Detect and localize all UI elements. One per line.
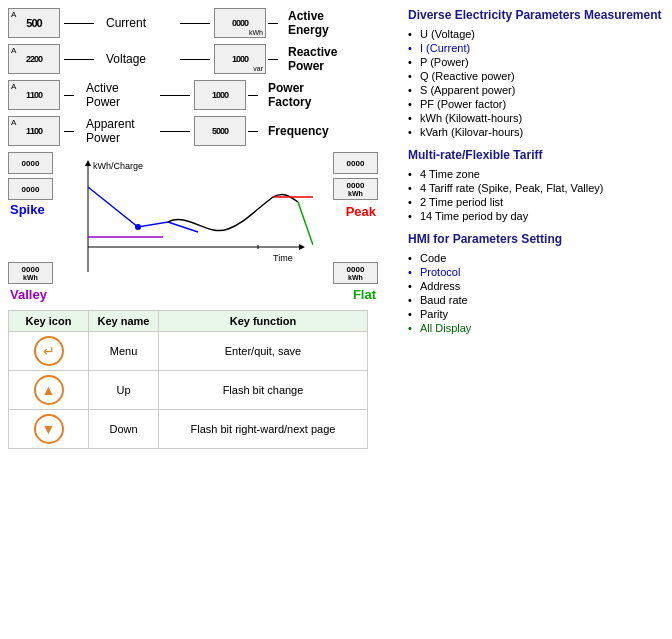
line-10 [64,131,74,132]
list-item: P (Power) [408,56,664,68]
chart-left-meters: 0000 0000 [8,152,53,200]
col-key-icon: Key icon [9,311,89,332]
chart-right-meters-top: 0000 0000 kWh [333,152,378,200]
icon-enter: ↵ [34,336,64,366]
line-6 [268,59,278,60]
line-3 [268,23,278,24]
label-current: Current [106,16,176,30]
list-item: Parity [408,308,664,320]
line-9 [248,95,258,96]
list-item: Baud rate [408,294,664,306]
chart-area: 0000 0000 Spike 0000 kWh Valley 0000 [8,152,378,302]
section2-title: Multi-rate/Flexible Tariff [408,148,664,162]
main-container: A 500 Current 0000 kWh ActiveEnergy A 22… [0,0,672,463]
icon-down-cell: ▼ [9,410,89,449]
chart-right-flat-meter: 0000 kWh [333,261,378,284]
key-name-down: Down [89,410,159,449]
label-frequency: Frequency [268,124,329,138]
spike-label: Spike [10,202,45,217]
meter-active-energy: 0000 kWh [214,8,266,38]
right-panel: Diverse Electricity Parameters Measureme… [398,8,664,455]
key-func-up: Flash bit change [159,371,368,410]
list-item: 2 Time period list [408,196,664,208]
table-header-row: Key icon Key name Key function [9,311,368,332]
list-item: All Display [408,322,664,334]
chart-meter-peak-bot: 0000 kWh [333,178,378,200]
chart-meter-flat: 0000 kWh [333,262,378,284]
chart-left-valley-meters: 0000 kWh [8,262,53,284]
label-voltage: Voltage [106,52,176,66]
list-item: 4 Tariff rate (Spike, Peak, Flat, Valley… [408,182,664,194]
line-4 [64,59,94,60]
section2-list: 4 Time zone 4 Tariff rate (Spike, Peak, … [408,168,664,222]
label-reactive-power: ReactivePower [288,45,337,73]
left-panel: A 500 Current 0000 kWh ActiveEnergy A 22… [8,8,398,455]
row-current: A 500 Current 0000 kWh ActiveEnergy [8,8,398,38]
section1-title: Diverse Electricity Parameters Measureme… [408,8,664,22]
key-name-menu: Menu [89,332,159,371]
line-1 [64,23,94,24]
list-item: Address [408,280,664,292]
chart-meter-spike-bot: 0000 [8,178,53,200]
meter-active-power: A 1100 [8,80,60,110]
line-8 [160,95,190,96]
icon-up: ▲ [34,375,64,405]
meter-frequency: 5000 [194,116,246,146]
row-active-power: A 1100 ActivePower 1000 PowerFactory [8,80,398,110]
section3-list: Code Protocol Address Baud rate Parity A… [408,252,664,334]
list-item: kWh (Kilowatt-hours) [408,112,664,124]
chart-meter-valley: 0000 kWh [8,262,53,284]
icon-down: ▼ [34,414,64,444]
icon-menu: ↵ [9,332,89,371]
label-active-energy: ActiveEnergy [288,9,329,37]
list-item: I (Current) [408,42,664,54]
line-7 [64,95,74,96]
meter-current-top: A [11,10,16,19]
meter-voltage: A 2200 [8,44,60,74]
col-key-name: Key name [89,311,159,332]
line-12 [248,131,258,132]
chart-meter-spike-top: 0000 [8,152,53,174]
meter-power-factor: 1000 [194,80,246,110]
list-item: U (Voltage) [408,28,664,40]
chart-meter-peak-top: 0000 [333,152,378,174]
table-row: ↵ Menu Enter/quit, save [9,332,368,371]
label-apparent-power: ApparentPower [86,117,156,145]
valley-label: Valley [10,287,47,302]
flat-label: Flat [353,287,376,302]
chart-svg: kWh/Charge Time [58,157,313,287]
row-apparent-power: A 1100 ApparentPower 5000 Frequency [8,116,398,146]
key-func-menu: Enter/quit, save [159,332,368,371]
list-item: Protocol [408,266,664,278]
list-item: S (Apparent power) [408,84,664,96]
meter-apparent-power: A 1100 [8,116,60,146]
key-table: Key icon Key name Key function ↵ Menu En… [8,310,368,449]
line-11 [160,131,190,132]
section1-list: U (Voltage) I (Current) P (Power) Q (Rea… [408,28,664,138]
key-func-down: Flash bit right-ward/next page [159,410,368,449]
svg-text:kWh/Charge: kWh/Charge [93,161,143,171]
list-item: 14 Time period by day [408,210,664,222]
line-2 [180,23,210,24]
table-row: ▼ Down Flash bit right-ward/next page [9,410,368,449]
list-item: PF (Power factor) [408,98,664,110]
list-item: Code [408,252,664,264]
label-power-factory: PowerFactory [268,81,311,109]
section3-title: HMI for Parameters Setting [408,232,664,246]
icon-up-cell: ▲ [9,371,89,410]
list-item: kVarh (Kilovar-hours) [408,126,664,138]
row-voltage: A 2200 Voltage 1000 var ReactivePower [8,44,398,74]
line-5 [180,59,210,60]
table-row: ▲ Up Flash bit change [9,371,368,410]
list-item: 4 Time zone [408,168,664,180]
svg-marker-1 [85,160,91,166]
key-name-up: Up [89,371,159,410]
label-active-power: ActivePower [86,81,156,109]
col-key-function: Key function [159,311,368,332]
svg-marker-4 [299,244,305,250]
meter-reactive-power: 1000 var [214,44,266,74]
svg-point-6 [135,224,141,230]
list-item: Q (Reactive power) [408,70,664,82]
svg-text:Time: Time [273,253,293,263]
meter-current: A 500 [8,8,60,38]
